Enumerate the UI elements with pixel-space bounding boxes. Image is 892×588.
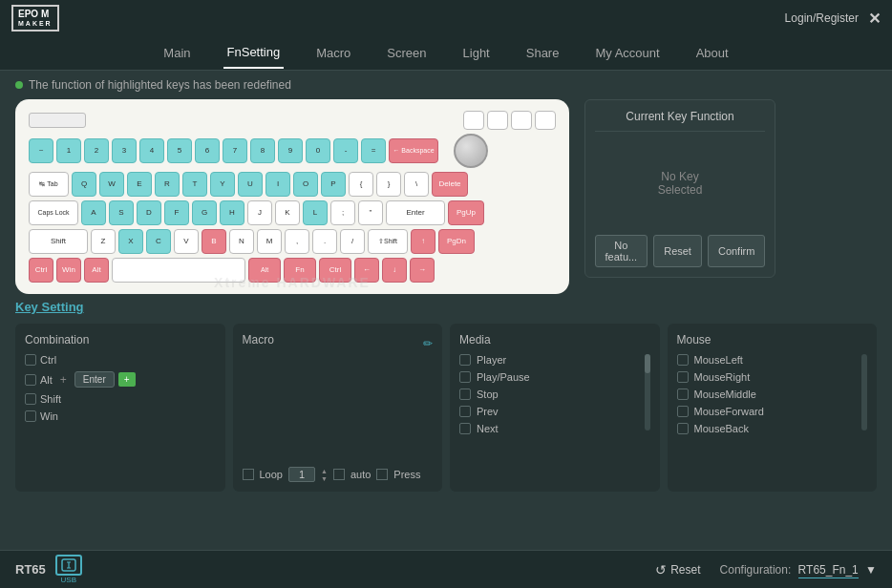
key-u[interactable]: U bbox=[238, 172, 263, 197]
nav-light[interactable]: Light bbox=[459, 38, 494, 68]
key-j[interactable]: J bbox=[247, 200, 272, 225]
key-down[interactable]: ↓ bbox=[382, 258, 407, 283]
key-right[interactable]: → bbox=[410, 258, 435, 283]
combo-win-check[interactable] bbox=[25, 410, 36, 422]
nav-main[interactable]: Main bbox=[159, 38, 194, 68]
reset-key-button[interactable]: Reset bbox=[653, 235, 702, 267]
key-t[interactable]: T bbox=[182, 172, 207, 197]
mouse-scrollbar[interactable] bbox=[861, 354, 867, 430]
key-lbracket[interactable]: { bbox=[349, 172, 373, 197]
confirm-key-button[interactable]: Confirm bbox=[708, 235, 766, 267]
key-k[interactable]: K bbox=[275, 200, 300, 225]
key-z[interactable]: Z bbox=[91, 229, 116, 254]
key-8[interactable]: 8 bbox=[250, 138, 275, 163]
nav-share[interactable]: Share bbox=[522, 38, 563, 68]
mouse-back-check[interactable] bbox=[677, 423, 689, 434]
key-m[interactable]: M bbox=[257, 229, 282, 254]
combo-ctrl-check[interactable] bbox=[25, 354, 36, 366]
key-e[interactable]: E bbox=[127, 172, 152, 197]
key-3[interactable]: 3 bbox=[112, 138, 137, 163]
key-pgup[interactable]: PgUp bbox=[448, 200, 484, 225]
key-0[interactable]: 0 bbox=[306, 138, 330, 163]
mouse-middle-check[interactable] bbox=[677, 388, 689, 400]
key-extra1[interactable] bbox=[463, 111, 484, 130]
key-b[interactable]: B bbox=[202, 229, 226, 254]
config-dropdown-arrow[interactable]: ▼ bbox=[865, 563, 877, 577]
key-lalt[interactable]: Alt bbox=[84, 258, 109, 283]
nav-myaccount[interactable]: My Account bbox=[591, 38, 663, 68]
key-1[interactable]: 1 bbox=[56, 138, 81, 163]
reset-button[interactable]: ↺ Reset bbox=[655, 562, 700, 578]
key-w[interactable]: W bbox=[99, 172, 124, 197]
mouse-right-check[interactable] bbox=[677, 371, 689, 383]
key-minus[interactable]: - bbox=[333, 138, 358, 163]
key-rbracket[interactable]: } bbox=[376, 172, 401, 197]
media-scrollbar[interactable] bbox=[645, 354, 650, 430]
key-period[interactable]: . bbox=[312, 229, 337, 254]
key-tilde[interactable]: ~ bbox=[29, 138, 53, 163]
key-lshift[interactable]: Shift bbox=[29, 229, 88, 254]
macro-edit-icon[interactable]: ✏ bbox=[423, 337, 433, 350]
key-l[interactable]: L bbox=[303, 200, 328, 225]
no-feature-button[interactable]: No featu... bbox=[595, 235, 648, 267]
key-5[interactable]: 5 bbox=[167, 138, 192, 163]
mouse-forward-check[interactable] bbox=[677, 406, 689, 417]
key-s[interactable]: S bbox=[109, 200, 134, 225]
key-o[interactable]: O bbox=[293, 172, 318, 197]
key-rshift[interactable]: ⇧Shift bbox=[368, 229, 408, 254]
key-7[interactable]: 7 bbox=[223, 138, 247, 163]
key-tab[interactable]: ↹ Tab bbox=[29, 172, 69, 197]
key-backslash[interactable]: \ bbox=[404, 172, 429, 197]
key-h[interactable]: H bbox=[220, 200, 244, 225]
loop-number-input[interactable] bbox=[288, 467, 315, 482]
combo-shift-check[interactable] bbox=[25, 393, 36, 405]
media-stop-check[interactable] bbox=[459, 388, 471, 400]
key-lctrl[interactable]: Ctrl bbox=[29, 258, 53, 283]
loop-up-arrow[interactable]: ▲ bbox=[321, 468, 328, 474]
key-up[interactable]: ↑ bbox=[411, 229, 435, 254]
media-playpause-check[interactable] bbox=[459, 371, 471, 383]
press-check[interactable] bbox=[376, 469, 388, 480]
media-prev-check[interactable] bbox=[459, 406, 471, 417]
key-g[interactable]: G bbox=[192, 200, 217, 225]
key-delete[interactable]: Delete bbox=[432, 172, 468, 197]
key-slash[interactable]: / bbox=[340, 229, 365, 254]
key-v[interactable]: V bbox=[174, 229, 199, 254]
key-x[interactable]: X bbox=[118, 229, 143, 254]
key-semicolon[interactable]: ; bbox=[330, 200, 355, 225]
key-lwin[interactable]: Win bbox=[56, 258, 81, 283]
close-button[interactable]: ✕ bbox=[868, 10, 881, 28]
key-f[interactable]: F bbox=[164, 200, 189, 225]
mouse-left-check[interactable] bbox=[677, 354, 689, 366]
key-d[interactable]: D bbox=[137, 200, 161, 225]
key-r[interactable]: R bbox=[155, 172, 180, 197]
key-i[interactable]: I bbox=[265, 172, 290, 197]
key-6[interactable]: 6 bbox=[195, 138, 220, 163]
auto-check[interactable] bbox=[333, 469, 345, 480]
loop-down-arrow[interactable]: ▼ bbox=[321, 475, 328, 482]
key-q[interactable]: Q bbox=[72, 172, 96, 197]
nav-about[interactable]: About bbox=[692, 38, 733, 68]
key-9[interactable]: 9 bbox=[278, 138, 303, 163]
combo-alt-check[interactable] bbox=[25, 374, 36, 386]
key-comma[interactable]: , bbox=[285, 229, 309, 254]
key-extra2[interactable] bbox=[487, 111, 508, 130]
key-4[interactable]: 4 bbox=[139, 138, 164, 163]
nav-screen[interactable]: Screen bbox=[383, 38, 430, 68]
key-capslock[interactable]: Caps Lock bbox=[29, 200, 78, 225]
key-enter[interactable]: Enter bbox=[386, 200, 445, 225]
key-a[interactable]: A bbox=[81, 200, 106, 225]
media-next-check[interactable] bbox=[459, 423, 471, 434]
key-backspace[interactable]: ← Backspace bbox=[389, 138, 438, 163]
key-extra3[interactable] bbox=[511, 111, 532, 130]
keyboard-knob[interactable] bbox=[454, 134, 488, 168]
login-register-link[interactable]: Login/Register bbox=[785, 11, 859, 25]
key-y[interactable]: Y bbox=[210, 172, 235, 197]
nav-fnsetting[interactable]: FnSetting bbox=[223, 37, 285, 69]
loop-check[interactable] bbox=[243, 469, 254, 480]
key-setting-label[interactable]: Key Setting bbox=[15, 300, 84, 314]
key-c[interactable]: C bbox=[146, 229, 171, 254]
key-extra4[interactable] bbox=[535, 111, 556, 130]
media-player-check[interactable] bbox=[459, 354, 471, 366]
key-n[interactable]: N bbox=[229, 229, 254, 254]
